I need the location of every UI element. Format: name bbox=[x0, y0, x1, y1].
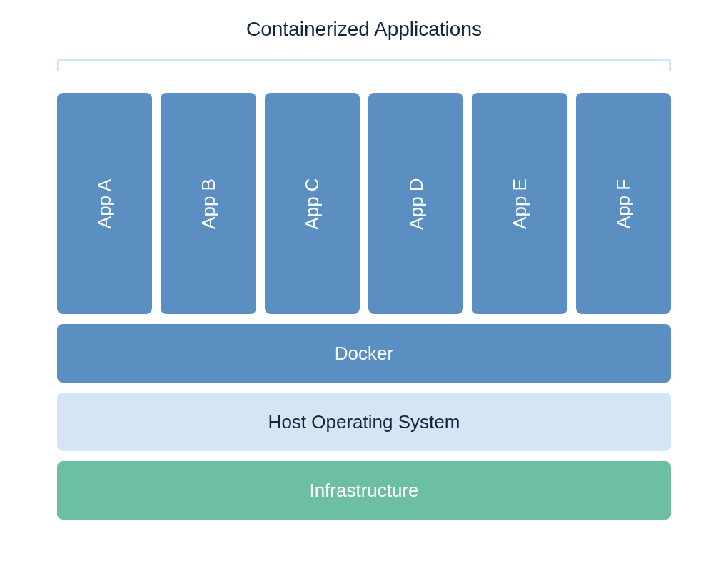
diagram-title: Containerized Applications bbox=[57, 18, 671, 41]
app-box-d: App D bbox=[368, 93, 463, 314]
app-label-a: App A bbox=[93, 178, 116, 228]
app-label-f: App F bbox=[612, 178, 635, 228]
app-box-c: App C bbox=[265, 93, 360, 314]
app-label-d: App D bbox=[405, 178, 427, 229]
app-box-f: App F bbox=[576, 93, 671, 314]
app-box-b: App B bbox=[161, 93, 256, 314]
layer-infrastructure-label: Infrastructure bbox=[309, 480, 418, 502]
layer-host: Host Operating System bbox=[57, 393, 671, 451]
layer-docker-label: Docker bbox=[335, 343, 393, 365]
layer-infrastructure: Infrastructure bbox=[57, 461, 671, 520]
layer-docker: Docker bbox=[57, 324, 671, 383]
apps-row: App A App B App C App D App E App F bbox=[57, 93, 671, 314]
app-box-e: App E bbox=[472, 93, 567, 314]
app-box-a: App A bbox=[57, 93, 152, 314]
app-label-e: App E bbox=[508, 178, 530, 229]
layer-host-label: Host Operating System bbox=[268, 411, 460, 433]
bracket-decorator bbox=[57, 59, 671, 71]
app-label-c: App C bbox=[301, 178, 323, 229]
app-label-b: App B bbox=[197, 178, 219, 229]
